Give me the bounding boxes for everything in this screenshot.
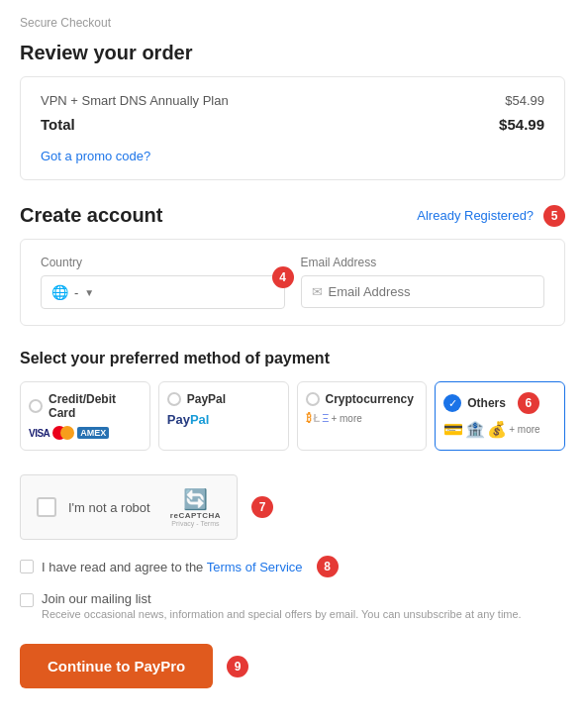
recaptcha-icon: 🔄 [183,487,208,511]
already-registered-container: Already Registered? 5 [417,205,565,227]
email-icon: ✉ [312,284,323,299]
visa-icon: VISA [29,428,49,439]
step-badge-8: 8 [317,556,339,577]
continue-button-label: Continue to PayPro [48,658,185,675]
globe-icon: 🌐 [51,284,68,300]
email-input-container[interactable]: ✉ [301,275,545,308]
paypal-header: PayPal [167,392,226,406]
captcha-checkbox[interactable] [37,497,56,517]
page-header: Secure Checkout [20,16,565,30]
captcha-section: I'm not a robot 🔄 reCAPTCHA Privacy - Te… [20,474,565,540]
others-icon-3: 💰 [487,420,507,439]
captcha-privacy-text: Privacy - Terms [171,520,219,527]
crypto-icons: ₿ Ł Ξ + more [306,412,362,424]
captcha-logo: 🔄 reCAPTCHA Privacy - Terms [170,487,221,527]
paypal-icons: PayPal [167,412,210,427]
credit-card-name: Credit/Debit Card [49,392,142,420]
header-title: Secure Checkout [20,16,111,30]
payment-card-credit[interactable]: Credit/Debit Card VISA AMEX [20,381,150,451]
step-badge-5: 5 [543,205,565,227]
mailing-section: Join our mailing list Receive occasional… [20,591,565,620]
captcha-label: I'm not a robot [68,500,158,515]
create-account-header: Create account Already Registered? 5 [20,204,565,227]
eth-icon: Ξ [322,412,329,424]
total-label: Total [41,116,75,133]
others-icon-2: 🏦 [465,420,485,439]
continue-button-row: Continue to PayPro 9 [20,644,565,688]
captcha-box[interactable]: I'm not a robot 🔄 reCAPTCHA Privacy - Te… [20,474,238,540]
mailing-title: Join our mailing list [42,591,522,606]
others-more-label: + more [509,424,539,435]
email-input[interactable] [329,284,535,299]
crypto-radio [306,392,320,406]
crypto-name: Cryptocurrency [326,392,414,406]
paypal-name: PayPal [187,392,226,406]
tos-row: I have read and agree to the Terms of Se… [20,556,565,577]
others-check: ✓ [443,394,461,412]
tos-text-before: I have read and agree to the [42,560,207,574]
payment-section: Select your preferred method of payment … [20,350,565,451]
recaptcha-text: reCAPTCHA [170,511,221,520]
create-account-section: Create account Already Registered? 5 Cou… [20,204,565,326]
others-name: Others [467,396,506,410]
payment-section-title: Select your preferred method of payment [20,350,565,367]
mailing-description: Receive occasional news, information and… [42,608,522,620]
step-badge-6: 6 [518,392,539,414]
mailing-text-block: Join our mailing list Receive occasional… [42,591,522,620]
order-box: VPN + Smart DNS Annually Plan $54.99 Tot… [20,76,565,180]
step-badge-9: 9 [227,656,248,677]
already-registered-link[interactable]: Already Registered? [417,207,534,222]
order-item-price: $54.99 [505,93,544,108]
promo-link[interactable]: Got a promo code? [41,149,150,163]
tos-link[interactable]: Terms of Service [207,560,303,574]
tos-checkbox[interactable] [20,560,34,573]
payment-card-paypal[interactable]: PayPal PayPal [158,381,289,451]
email-field-group: Email Address ✉ [301,256,545,309]
continue-button[interactable]: Continue to PayPro [20,644,213,688]
amex-icon: AMEX [77,427,109,439]
payment-methods: Credit/Debit Card VISA AMEX PayPal PayPa… [20,381,565,451]
email-label: Email Address [301,256,545,269]
others-header: ✓ Others 6 [443,392,539,414]
tos-text: I have read and agree to the Terms of Se… [42,560,303,574]
account-box: Country 🌐 - ▼ 4 Email Address ✉ [20,239,565,326]
credit-card-header: Credit/Debit Card [29,392,142,420]
others-icon-1: 💳 [443,420,463,439]
step-badge-4: 4 [272,266,294,288]
country-label: Country [41,256,285,269]
order-item-row: VPN + Smart DNS Annually Plan $54.99 [41,93,544,108]
others-icons: 💳 🏦 💰 + more [443,420,539,439]
mailing-row: Join our mailing list Receive occasional… [20,591,565,620]
paypal-radio [167,392,181,406]
mastercard-icon [52,426,74,440]
paypal-logo: PayPal [167,412,210,427]
credit-radio [29,399,43,413]
credit-card-icons: VISA AMEX [29,426,109,440]
payment-card-others[interactable]: ✓ Others 6 💳 🏦 💰 + more [435,381,565,451]
crypto-header: Cryptocurrency [306,392,414,406]
payment-card-crypto[interactable]: Cryptocurrency ₿ Ł Ξ + more [297,381,428,451]
country-input-container[interactable]: 🌐 - ▼ 4 [41,275,285,309]
crypto-more-label: + more [331,413,361,424]
step-badge-7: 7 [251,496,273,518]
btc-icon: ₿ [306,412,312,424]
review-order-title: Review your order [20,42,565,64]
order-total-row: Total $54.99 [41,116,544,133]
country-field-group: Country 🌐 - ▼ 4 [41,256,285,309]
captcha-row: I'm not a robot 🔄 reCAPTCHA Privacy - Te… [20,474,565,540]
dropdown-arrow-icon: ▼ [84,287,94,298]
total-price: $54.99 [499,116,544,133]
create-account-title: Create account [20,204,163,227]
ltc-icon: Ł [314,412,321,424]
country-value: - [74,285,78,300]
fields-row: Country 🌐 - ▼ 4 Email Address ✉ [41,256,544,309]
review-order-section: Review your order VPN + Smart DNS Annual… [20,42,565,180]
order-item-name: VPN + Smart DNS Annually Plan [41,93,229,108]
mailing-checkbox[interactable] [20,593,34,607]
